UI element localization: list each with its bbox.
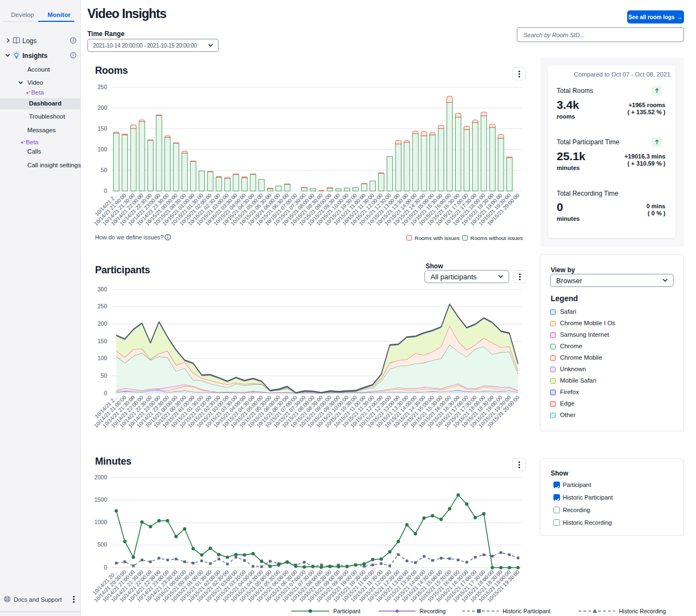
svg-text:200: 200 — [97, 104, 107, 111]
svg-text:0: 0 — [104, 564, 107, 571]
svg-text:150: 150 — [97, 338, 107, 344]
svg-text:50: 50 — [101, 167, 107, 173]
svg-text:250: 250 — [97, 84, 107, 90]
svg-text:0: 0 — [104, 390, 107, 396]
svg-text:Historic Participant: Historic Participant — [503, 608, 551, 614]
svg-text:100: 100 — [97, 146, 107, 152]
svg-text:250: 250 — [97, 303, 107, 309]
svg-text:200: 200 — [97, 320, 107, 327]
svg-text:1500: 1500 — [95, 496, 108, 503]
svg-text:2000: 2000 — [95, 474, 108, 480]
svg-text:500: 500 — [97, 541, 107, 548]
svg-text:1000: 1000 — [95, 519, 108, 525]
svg-text:50: 50 — [101, 372, 107, 379]
svg-text:300: 300 — [97, 286, 107, 292]
svg-text:100: 100 — [97, 355, 107, 361]
svg-text:150: 150 — [97, 125, 107, 132]
svg-text:Recording: Recording — [420, 608, 446, 614]
svg-text:Historic Recording: Historic Recording — [619, 608, 666, 614]
svg-text:Participant: Participant — [333, 608, 361, 614]
svg-text:0: 0 — [104, 187, 107, 194]
